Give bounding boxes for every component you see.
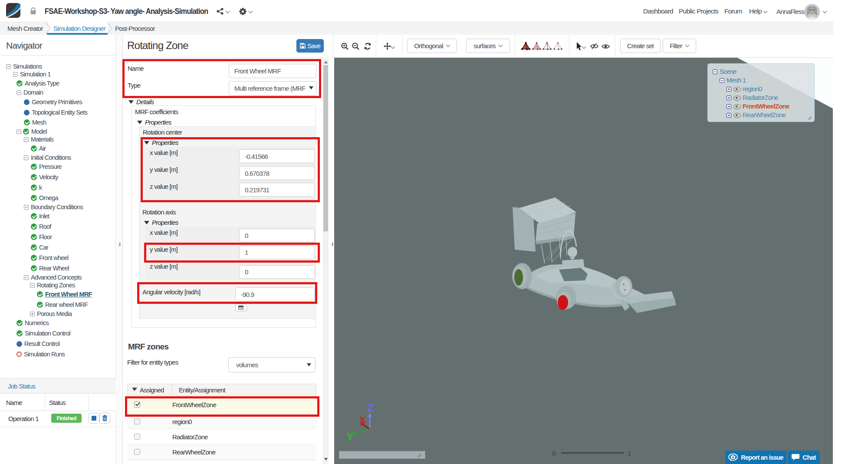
svg-text:X: X (359, 415, 366, 425)
svg-text:Z: Z (367, 401, 374, 415)
svg-text:Y: Y (346, 430, 354, 443)
